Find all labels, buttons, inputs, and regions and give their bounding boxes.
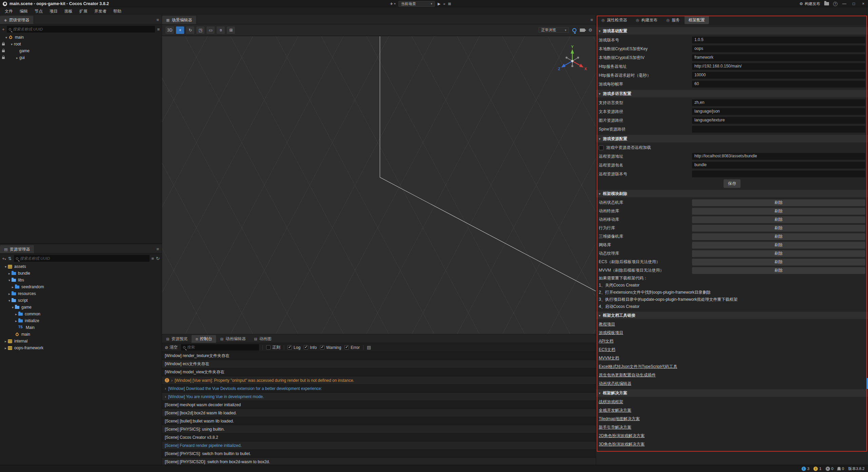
expand-arrow-icon[interactable]: [7, 292, 12, 296]
expand-arrow-icon[interactable]: [3, 346, 8, 350]
expand-arrow-icon[interactable]: [14, 319, 18, 323]
trim-module-button[interactable]: 剔除: [692, 259, 865, 266]
mode-3d-button[interactable]: 3D: [165, 26, 174, 34]
trim-module-button[interactable]: 剔除: [692, 233, 865, 240]
menu-item[interactable]: 项目: [46, 8, 61, 14]
pivot-space-button[interactable]: ⊞: [227, 26, 235, 34]
asset-node[interactable]: Main: [0, 324, 162, 331]
field-value-input[interactable]: [692, 126, 865, 133]
asset-node[interactable]: oops-framework: [0, 345, 162, 351]
inspector-tab[interactable]: ◎ 属性检查器: [597, 16, 631, 24]
field-value-input[interactable]: 1.0.5: [692, 37, 865, 43]
build-publish-button[interactable]: ⚙构建发布: [800, 1, 820, 6]
asset-node[interactable]: game: [0, 304, 162, 311]
field-value-input[interactable]: bundle: [692, 162, 865, 169]
play-button[interactable]: ▶: [438, 2, 440, 6]
menu-item[interactable]: 编辑: [16, 8, 31, 14]
expand-arrow-icon[interactable]: [3, 339, 8, 343]
expand-arrow-icon[interactable]: [7, 278, 12, 282]
trim-module-button[interactable]: 剔除: [692, 216, 865, 223]
save-button[interactable]: 保存: [724, 179, 741, 188]
console-tab[interactable]: ▤ 动画图: [250, 335, 275, 343]
view-mode-select[interactable]: 正常浏览▾: [538, 27, 569, 33]
preview-scene-select[interactable]: 当前场景▾: [398, 1, 435, 7]
filter-icon[interactable]: ≡: [152, 256, 154, 261]
console-message-row[interactable]: ! › [Scene] [PHYSICS2D]: switch from box…: [162, 458, 596, 465]
console-message-row[interactable]: ! › [Window] ecs文件夹存在: [162, 360, 596, 368]
scale-tool-button[interactable]: ◳: [196, 26, 204, 34]
asset-node[interactable]: libs: [0, 277, 162, 283]
console-message-row[interactable]: ! › [Scene] [PHYSICS]: switch from built…: [162, 450, 596, 458]
solution-link[interactable]: 战棋游戏框架: [599, 398, 865, 406]
hierarchy-node[interactable]: gui: [0, 54, 162, 61]
error-status-icon[interactable]: ×: [826, 467, 830, 471]
hierarchy-node[interactable]: main: [0, 34, 162, 41]
console-message-row[interactable]: ! › [Scene] Forward render pipeline init…: [162, 441, 596, 450]
field-value-input[interactable]: language/json: [692, 108, 865, 115]
filter-checkbox[interactable]: Log: [288, 345, 300, 350]
field-value-input[interactable]: 60: [692, 81, 865, 87]
solution-link[interactable]: 新手引导解决方案: [599, 423, 865, 432]
trim-module-button[interactable]: 剔除: [692, 242, 865, 249]
console-tab[interactable]: ▤ 资源预览: [162, 335, 192, 343]
assets-search-input[interactable]: 搜索名称或 UUID: [14, 255, 150, 262]
trim-module-button[interactable]: 剔除: [692, 250, 865, 257]
regex-checkbox[interactable]: 正则: [266, 345, 280, 350]
clear-console-button[interactable]: ⊘清空: [165, 345, 178, 350]
rotate-tool-button[interactable]: ↻: [186, 26, 194, 34]
solution-link[interactable]: Tiledmap地图解决方案: [599, 415, 865, 423]
inspector-tab[interactable]: ◎ 框架配置: [685, 16, 709, 24]
doc-link[interactable]: 原生包热更新配置自动生成插件: [599, 371, 865, 379]
filter-checkbox[interactable]: Info: [304, 345, 317, 350]
tab-scene-editor[interactable]: ▦场景编辑器: [162, 16, 196, 24]
step-button[interactable]: »: [443, 2, 445, 6]
menu-item[interactable]: 节点: [31, 8, 46, 14]
trim-module-button[interactable]: 剔除: [692, 267, 865, 274]
expand-arrow-icon[interactable]: ›: [165, 394, 166, 399]
remote-load-checkbox[interactable]: 游戏中资源是否远程加载: [599, 143, 865, 152]
console-message-row[interactable]: ! › [Scene] meshopt wasm decoder initial…: [162, 401, 596, 409]
console-tab[interactable]: ▤ 控制台: [192, 335, 216, 343]
move-tool-button[interactable]: +: [176, 26, 184, 34]
doc-link[interactable]: MVVM文档: [599, 354, 865, 362]
console-message-row[interactable]: ! › [Scene] Cocos Creator v3.8.2: [162, 433, 596, 441]
filter-checkbox[interactable]: Warning: [320, 345, 341, 350]
camera-icon[interactable]: [580, 28, 585, 32]
preview-platform-button[interactable]: ✈▾: [390, 2, 396, 6]
console-message-row[interactable]: ! › [Scene] [bullet]:bullet wasm lib loa…: [162, 417, 596, 425]
expand-arrow-icon[interactable]: ›: [165, 386, 166, 391]
scrollbar-thumb[interactable]: [867, 378, 868, 389]
asset-node[interactable]: initialize: [0, 317, 162, 324]
scene-viewport[interactable]: Y X Z: [162, 36, 596, 334]
console-message-row[interactable]: ! › [Scene] [PHYSICS]: using builtin.: [162, 425, 596, 433]
console-message-row[interactable]: ! › [Window] model_view文件夹存在: [162, 368, 596, 376]
expand-arrow-icon[interactable]: [11, 306, 15, 309]
section-game-resources[interactable]: ▾游戏资源配置: [596, 135, 868, 142]
tab-hierarchy[interactable]: ◈层级管理器: [0, 16, 33, 24]
report-icon[interactable]: ▤: [367, 345, 371, 350]
expand-arrow-icon[interactable]: [9, 42, 14, 46]
create-node-button[interactable]: +: [2, 27, 5, 32]
doc-link[interactable]: 动画状态机编辑器: [599, 379, 865, 388]
expand-arrow-icon[interactable]: [3, 265, 8, 269]
asset-node[interactable]: internal: [0, 338, 162, 345]
asset-node[interactable]: main: [0, 331, 162, 338]
asset-node[interactable]: assets: [0, 263, 162, 270]
filter-checkbox[interactable]: Error: [344, 345, 360, 350]
menu-item[interactable]: 面板: [61, 8, 76, 14]
field-value-input[interactable]: 10000: [692, 72, 865, 79]
expand-arrow-icon[interactable]: [4, 36, 8, 39]
hierarchy-node[interactable]: root: [0, 41, 162, 47]
field-value-input[interactable]: http://localhost:8083/assets/bundle: [692, 153, 865, 160]
anchor-tool-button[interactable]: ¤: [217, 26, 225, 34]
expand-arrow-icon[interactable]: [7, 299, 12, 302]
rect-tool-button[interactable]: ▭: [206, 26, 215, 34]
panel-menu-icon[interactable]: ≡: [156, 247, 159, 252]
console-search-input[interactable]: 搜索: [181, 344, 259, 351]
menu-item[interactable]: 文件: [1, 8, 16, 14]
panel-menu-icon[interactable]: ≡: [156, 17, 159, 22]
asset-node[interactable]: resources: [0, 290, 162, 297]
bell-icon[interactable]: [837, 467, 841, 470]
minimize-button[interactable]: —: [842, 1, 847, 6]
menu-item[interactable]: 帮助: [110, 8, 125, 14]
